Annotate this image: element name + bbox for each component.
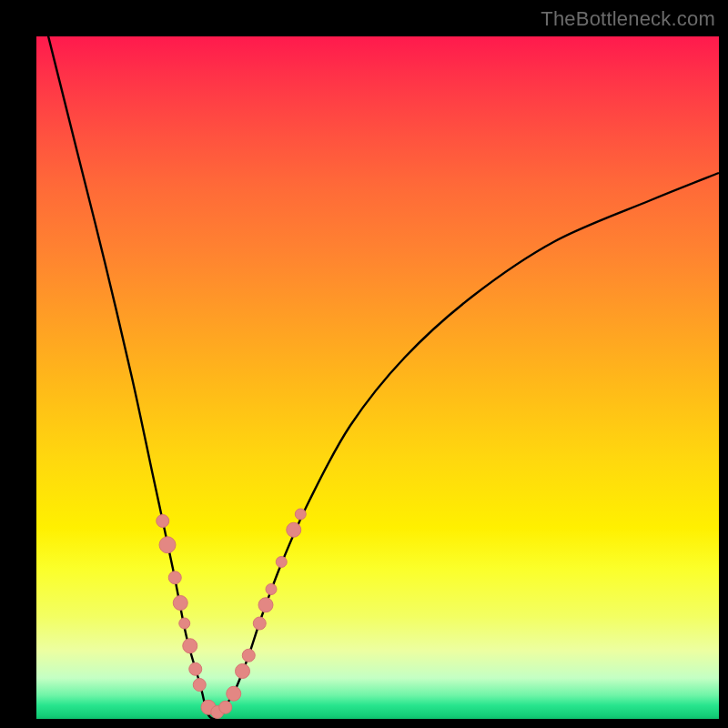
data-marker bbox=[253, 617, 266, 630]
data-marker bbox=[287, 522, 301, 537]
data-marker bbox=[179, 618, 190, 629]
data-marker bbox=[168, 571, 181, 584]
data-marker bbox=[189, 662, 202, 675]
plot-area bbox=[36, 36, 719, 719]
data-marker bbox=[242, 649, 255, 662]
data-marker bbox=[266, 584, 277, 595]
data-marker bbox=[236, 664, 250, 679]
watermark-text: TheBottleneck.com bbox=[541, 7, 715, 31]
data-marker bbox=[173, 596, 187, 611]
chart-frame: TheBottleneck.com bbox=[0, 0, 728, 728]
data-marker bbox=[157, 515, 169, 528]
chart-svg bbox=[36, 36, 719, 719]
data-marker bbox=[295, 509, 306, 520]
data-markers bbox=[157, 509, 307, 719]
data-marker bbox=[183, 639, 197, 653]
data-marker bbox=[159, 537, 176, 553]
data-marker bbox=[227, 686, 241, 701]
data-marker bbox=[258, 598, 273, 612]
data-marker bbox=[219, 701, 232, 713]
data-marker bbox=[193, 679, 206, 692]
bottleneck-curve bbox=[36, 0, 719, 719]
data-marker bbox=[276, 557, 287, 568]
